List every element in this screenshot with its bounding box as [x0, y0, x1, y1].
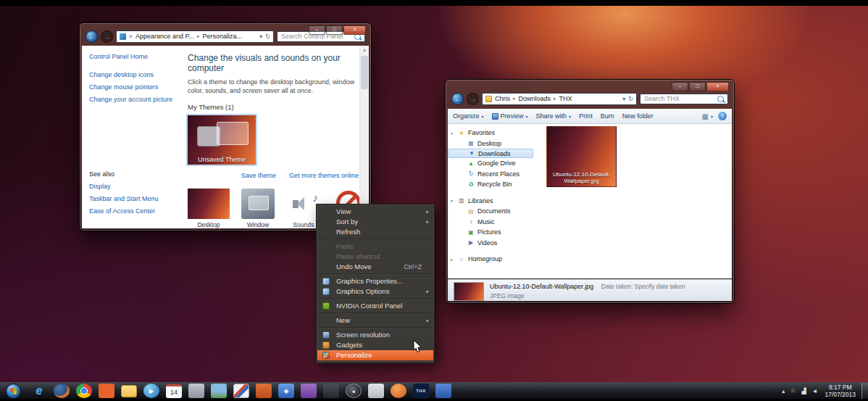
menu-item-view[interactable]: View ▸: [317, 207, 433, 217]
forward-button[interactable]: →: [101, 30, 113, 43]
nav-favorites[interactable]: ▾ ★ Favorites: [448, 128, 536, 139]
taskbar-icon-purple-app[interactable]: [301, 384, 317, 398]
taskbar-icon-orange-app[interactable]: [256, 384, 272, 398]
close-button[interactable]: ×: [343, 25, 366, 35]
details-date-taken[interactable]: Date taken: Specify date taken: [601, 283, 685, 290]
taskbar-icon-dark-app[interactable]: [323, 384, 339, 398]
scrollbar-thumb[interactable]: [361, 56, 368, 89]
taskbar-icon-camera-app[interactable]: ●: [346, 384, 362, 398]
desktop-background-item[interactable]: Desktop Background Ubuntu-12.10-0...: [188, 189, 230, 228]
taskbar-icon-chrome[interactable]: [76, 384, 92, 398]
explorer-file-area[interactable]: Ubuntu-12.10-Default- Wallpaper.jpg: [536, 124, 732, 278]
expander-icon[interactable]: ▾: [451, 131, 455, 136]
taskbar-icon-photo-viewer[interactable]: [211, 384, 227, 398]
menu-item-undo-move[interactable]: Undo Move Ctrl+Z: [317, 262, 433, 272]
taskbar-icon-orange-round-app[interactable]: [391, 384, 406, 398]
nav-recycle-bin[interactable]: ♻ Recycle Bin: [448, 179, 536, 190]
nav-pictures[interactable]: ▣ Pictures: [448, 227, 536, 238]
organize-button[interactable]: Organize ▾: [453, 112, 484, 120]
taskbar-icon-firefox[interactable]: [54, 384, 70, 398]
window-color-item[interactable]: Window Color Custom: [241, 189, 275, 228]
maximize-button[interactable]: □: [326, 25, 343, 35]
taskbar-icon-blue-app[interactable]: [435, 384, 451, 398]
unsaved-theme-tile[interactable]: Unsaved Theme: [188, 115, 256, 165]
sidebar-item-display[interactable]: Display: [89, 183, 159, 190]
forward-button[interactable]: →: [467, 93, 479, 105]
breadcrumb-overflow-icon[interactable]: «: [129, 33, 133, 40]
preview-button[interactable]: Preview ▾: [492, 112, 528, 120]
nav-recent-places[interactable]: ↻ Recent Places: [448, 169, 536, 180]
print-button[interactable]: Print: [579, 112, 593, 120]
taskbar-icon-thx[interactable]: THX: [413, 384, 429, 398]
menu-item-refresh[interactable]: Refresh: [317, 227, 433, 237]
new-folder-button[interactable]: New folder: [622, 112, 654, 120]
nav-music[interactable]: ♪ Music: [448, 217, 536, 228]
minimize-button[interactable]: –: [672, 82, 688, 91]
breadcrumb-personalization[interactable]: Personaliza...: [202, 33, 242, 40]
nav-documents[interactable]: ▤ Documents: [448, 206, 536, 217]
nav-downloads[interactable]: ▼ Downloads: [448, 149, 533, 158]
sidebar-item-ease-of-access[interactable]: Ease of Access Center: [89, 207, 159, 215]
taskbar-icon-app-window[interactable]: [188, 384, 204, 398]
minimize-button[interactable]: –: [309, 25, 325, 35]
save-theme-link[interactable]: Save theme: [241, 172, 276, 179]
back-button[interactable]: ←: [85, 30, 98, 43]
scroll-up-icon[interactable]: ▲: [360, 46, 369, 54]
menu-item-graphics-properties[interactable]: Graphics Properties...: [317, 276, 433, 286]
wallpaper-file-tile[interactable]: Ubuntu-12.10-Default- Wallpaper.jpg: [546, 126, 617, 187]
start-button[interactable]: [6, 384, 21, 399]
expander-icon[interactable]: ▸: [451, 257, 455, 262]
breadcrumb-thx[interactable]: THX: [559, 95, 572, 102]
taskbar-icon-ubuntu-app[interactable]: [99, 384, 114, 398]
menu-item-nvidia-control-panel[interactable]: NVIDIA Control Panel: [317, 301, 433, 311]
breadcrumb-downloads[interactable]: Downloads: [519, 95, 551, 102]
nav-google-drive[interactable]: ▲ Google Drive: [448, 158, 536, 169]
nav-videos[interactable]: ▶ Videos: [448, 238, 536, 249]
breadcrumb-user[interactable]: Chris: [495, 95, 510, 102]
taskbar-icon-calendar[interactable]: 14: [166, 384, 182, 398]
show-hidden-icons-button[interactable]: ▴: [782, 388, 785, 394]
taskbar-icon-media-player[interactable]: ▶: [143, 384, 159, 398]
address-dropdown-icon[interactable]: ▾: [259, 33, 262, 40]
nav-libraries[interactable]: ▾ ▥ Libraries: [448, 196, 536, 207]
address-bar[interactable]: Chris ▸ Downloads ▸ THX ▾ ↻: [482, 93, 637, 105]
taskbar-icon-internet-explorer[interactable]: e: [31, 384, 47, 398]
taskbar-clock[interactable]: 8:17 PM 17/07/2013: [825, 384, 856, 398]
volume-icon[interactable]: ◄: [812, 388, 818, 394]
refresh-icon[interactable]: ↻: [265, 33, 270, 40]
nav-desktop[interactable]: ▦ Desktop: [448, 139, 536, 149]
taskbar-icon-windows-explorer[interactable]: [121, 385, 137, 397]
menu-item-sort-by[interactable]: Sort by ▸: [317, 217, 433, 227]
address-dropdown-icon[interactable]: ▾: [622, 96, 625, 102]
taskbar-icon-blue-cube-app[interactable]: ◆: [278, 384, 294, 398]
menu-item-screen-resolution[interactable]: Screen resolution: [317, 330, 433, 340]
get-more-themes-link[interactable]: Get more themes online: [289, 172, 359, 179]
sidebar-item-change-desktop-icons[interactable]: Change desktop icons: [89, 71, 175, 78]
action-center-flag-icon[interactable]: ⚐: [790, 388, 796, 394]
nav-homegroup[interactable]: ▸ ⌂ Homegroup: [448, 254, 536, 265]
sidebar-item-change-account-picture[interactable]: Change your account picture: [89, 96, 175, 103]
network-icon[interactable]: ▟: [801, 388, 806, 394]
taskbar-icon-light-app[interactable]: [368, 384, 384, 398]
back-button[interactable]: ←: [451, 93, 464, 105]
address-bar[interactable]: « Appearance and P... ▸ Personaliza... ▾…: [116, 30, 274, 43]
share-with-button[interactable]: Share with ▾: [536, 112, 572, 120]
burn-button[interactable]: Burn: [601, 112, 614, 120]
show-desktop-button[interactable]: [861, 383, 868, 399]
taskbar-icon-paint[interactable]: [233, 384, 249, 398]
breadcrumb-appearance[interactable]: Appearance and P...: [135, 33, 194, 40]
search-input[interactable]: Search THX: [640, 94, 728, 104]
menu-item-graphics-options[interactable]: Graphics Options ▸: [317, 286, 433, 297]
expander-icon[interactable]: ▾: [451, 198, 455, 203]
scrollbar[interactable]: ▲ ▼: [359, 46, 369, 228]
maximize-button[interactable]: □: [689, 82, 706, 91]
close-button[interactable]: ×: [706, 82, 729, 91]
sidebar-item-control-panel-home[interactable]: Control Panel Home: [89, 53, 175, 60]
sidebar-item-change-mouse-pointers[interactable]: Change mouse pointers: [89, 83, 175, 91]
menu-item-new[interactable]: New ▸: [317, 315, 433, 326]
refresh-icon[interactable]: ↻: [628, 96, 633, 102]
search-icon[interactable]: [717, 96, 724, 102]
help-button[interactable]: ?: [718, 112, 727, 120]
change-view-button[interactable]: ▦ ▾: [702, 112, 713, 120]
sidebar-item-taskbar-start-menu[interactable]: Taskbar and Start Menu: [89, 195, 159, 202]
